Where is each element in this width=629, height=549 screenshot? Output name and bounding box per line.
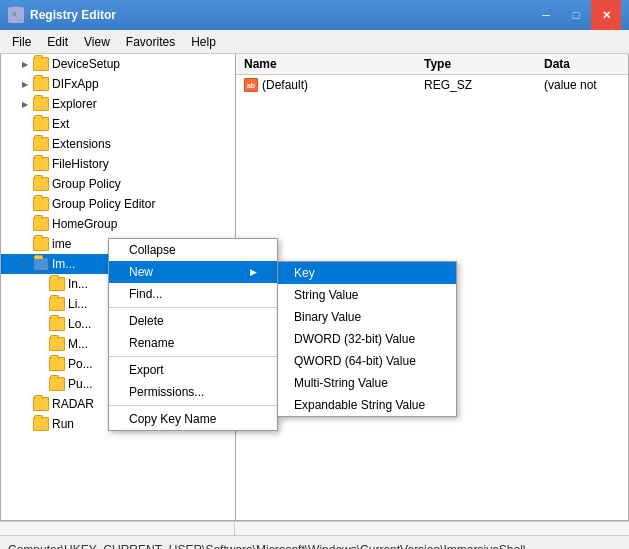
ctx-separator-1 xyxy=(109,307,277,308)
submenu-arrow: ▶ xyxy=(250,267,257,277)
folder-icon xyxy=(49,277,65,291)
table-row[interactable]: ab (Default) REG_SZ (value not xyxy=(236,75,628,95)
cell-data: (value not xyxy=(536,77,628,93)
folder-icon xyxy=(33,257,49,271)
tree-item-homegroup[interactable]: ▶ HomeGroup xyxy=(1,214,235,234)
menu-view[interactable]: View xyxy=(76,32,118,52)
expand-arrow: ▶ xyxy=(33,280,49,289)
ctx-separator-2 xyxy=(109,356,277,357)
expand-arrow: ▶ xyxy=(17,120,33,129)
expand-arrow: ▶ xyxy=(17,240,33,249)
expand-arrow: ▶ xyxy=(33,340,49,349)
folder-icon xyxy=(33,197,49,211)
menu-file[interactable]: File xyxy=(4,32,39,52)
tree-item-filehistory[interactable]: ▶ FileHistory xyxy=(1,154,235,174)
menu-edit[interactable]: Edit xyxy=(39,32,76,52)
close-button[interactable]: ✕ xyxy=(591,0,621,30)
tree-item-grouppolicy[interactable]: ▶ Group Policy xyxy=(1,174,235,194)
scrollbar-area xyxy=(0,521,629,535)
ctx-find[interactable]: Find... xyxy=(109,283,277,305)
menu-bar: File Edit View Favorites Help xyxy=(0,30,629,54)
maximize-button[interactable]: □ xyxy=(561,0,591,30)
menu-favorites[interactable]: Favorites xyxy=(118,32,183,52)
folder-icon xyxy=(49,357,65,371)
folder-icon xyxy=(49,337,65,351)
tree-label: Group Policy Editor xyxy=(52,197,155,211)
tree-label: ime xyxy=(52,237,71,251)
ctx-rename[interactable]: Rename xyxy=(109,332,277,354)
tree-label: M... xyxy=(68,337,88,351)
tree-item-difxapp[interactable]: ▶ DIFxApp xyxy=(1,74,235,94)
tree-label: Explorer xyxy=(52,97,97,111)
tree-label: In... xyxy=(68,277,88,291)
left-scrollbar[interactable] xyxy=(0,522,235,535)
ctx-permissions[interactable]: Permissions... xyxy=(109,381,277,403)
tree-label: HomeGroup xyxy=(52,217,117,231)
expand-arrow: ▶ xyxy=(17,100,33,109)
expand-arrow: ▶ xyxy=(17,160,33,169)
cell-type: REG_SZ xyxy=(416,77,536,93)
col-type: Type xyxy=(416,54,536,74)
tree-label: Extensions xyxy=(52,137,111,151)
expand-arrow: ▶ xyxy=(33,360,49,369)
expand-arrow: ▶ xyxy=(17,80,33,89)
folder-icon xyxy=(49,317,65,331)
tree-label: Po... xyxy=(68,357,93,371)
context-menu: Collapse New ▶ Find... Delete Rename Exp… xyxy=(108,238,278,431)
reg-value-icon: ab xyxy=(244,78,258,92)
folder-icon xyxy=(33,137,49,151)
main-content: ▶ DeviceSetup ▶ DIFxApp ▶ Explorer xyxy=(0,54,629,521)
tree-item-ext[interactable]: ▶ Ext xyxy=(1,114,235,134)
tree-item-extensions[interactable]: ▶ Extensions xyxy=(1,134,235,154)
tree-label: Lo... xyxy=(68,317,91,331)
expand-arrow: ▶ xyxy=(17,140,33,149)
tree-label: Run xyxy=(52,417,74,431)
tree-label: Li... xyxy=(68,297,87,311)
tree-label: Pu... xyxy=(68,377,93,391)
tree-item-grouppolicyeditor[interactable]: ▶ Group Policy Editor xyxy=(1,194,235,214)
folder-icon xyxy=(49,297,65,311)
col-data: Data xyxy=(536,54,628,74)
expand-arrow: ▶ xyxy=(17,180,33,189)
right-content[interactable]: ab (Default) REG_SZ (value not xyxy=(236,75,628,515)
expand-arrow: ▶ xyxy=(33,300,49,309)
status-bar: Computer\HKEY_CURRENT_USER\Software\Micr… xyxy=(0,535,629,549)
tree-label: DeviceSetup xyxy=(52,57,120,71)
col-name: Name xyxy=(236,54,416,74)
expand-arrow: ▶ xyxy=(33,320,49,329)
cell-name: ab (Default) xyxy=(236,77,416,93)
expand-arrow: ▼ xyxy=(17,260,33,269)
ctx-delete[interactable]: Delete xyxy=(109,310,277,332)
folder-icon xyxy=(33,217,49,231)
tree-label: DIFxApp xyxy=(52,77,99,91)
ctx-export[interactable]: Export xyxy=(109,359,277,381)
folder-icon xyxy=(33,77,49,91)
expand-arrow: ▶ xyxy=(17,200,33,209)
ctx-new[interactable]: New ▶ xyxy=(109,261,277,283)
right-pane: Name Type Data ab (Default) REG_SZ (valu… xyxy=(236,54,628,520)
window-title: Registry Editor xyxy=(30,8,116,22)
folder-icon xyxy=(33,237,49,251)
tree-item-devicesetup[interactable]: ▶ DeviceSetup xyxy=(1,54,235,74)
folder-icon xyxy=(33,157,49,171)
expand-arrow: ▶ xyxy=(33,380,49,389)
title-bar: 🔧 Registry Editor ─ □ ✕ xyxy=(0,0,629,30)
tree-item-explorer[interactable]: ▶ Explorer xyxy=(1,94,235,114)
tree-label: FileHistory xyxy=(52,157,109,171)
menu-help[interactable]: Help xyxy=(183,32,224,52)
folder-icon xyxy=(49,377,65,391)
folder-icon xyxy=(33,397,49,411)
app-window: 🔧 Registry Editor ─ □ ✕ File Edit View F… xyxy=(0,0,629,549)
folder-icon xyxy=(33,57,49,71)
tree-label: Ext xyxy=(52,117,69,131)
minimize-button[interactable]: ─ xyxy=(531,0,561,30)
expand-arrow: ▶ xyxy=(17,420,33,429)
ctx-collapse[interactable]: Collapse xyxy=(109,239,277,261)
expand-arrow: ▶ xyxy=(17,400,33,409)
ctx-separator-3 xyxy=(109,405,277,406)
right-scrollbar[interactable] xyxy=(235,522,629,535)
tree-label: Im... xyxy=(52,257,75,271)
folder-icon xyxy=(33,117,49,131)
ctx-copy-key-name[interactable]: Copy Key Name xyxy=(109,408,277,430)
window-controls: ─ □ ✕ xyxy=(531,0,621,30)
